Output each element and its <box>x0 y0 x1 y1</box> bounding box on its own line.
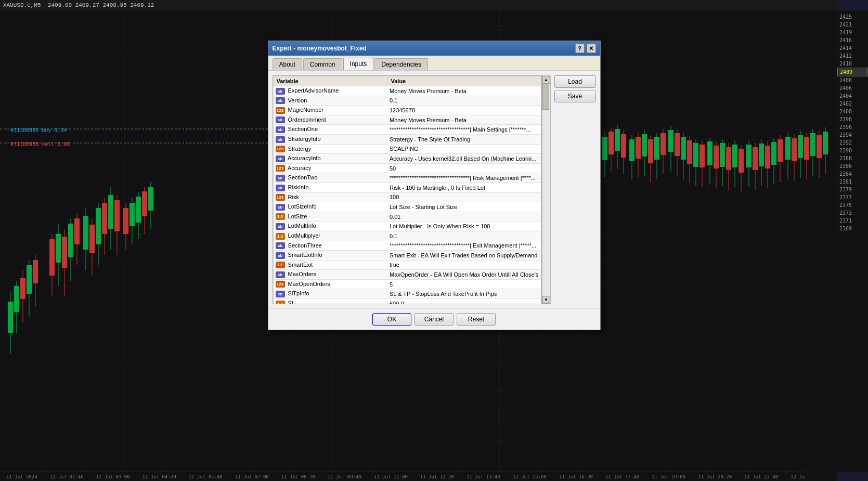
scroll-thumb[interactable] <box>542 84 549 110</box>
table-cell-variable: 123 MagicNumber <box>273 106 387 115</box>
type-icon: ab <box>276 136 285 143</box>
variable-name: Accuracy <box>288 165 311 171</box>
type-icon: ab <box>276 88 285 95</box>
table-cell-value[interactable]: Money Moves Premium - Beta <box>387 115 541 125</box>
dialog-titlebar: Expert - moneymovesbot_Fixed ? ✕ <box>268 41 600 56</box>
type-icon: ab <box>276 116 285 123</box>
expert-dialog: Expert - moneymovesbot_Fixed ? ✕ About C… <box>268 41 601 330</box>
help-button[interactable]: ? <box>575 44 585 53</box>
table-cell-value[interactable]: 100 <box>387 192 541 202</box>
table-cell-value[interactable]: ************************************| Ri… <box>387 173 541 183</box>
params-table: Variable Value ab ExpertAdvisorName Mone… <box>273 76 541 304</box>
variable-name: SectionTwo <box>288 174 318 180</box>
type-icon: ab <box>276 242 285 249</box>
variable-name: SectionThree <box>288 242 322 249</box>
table-cell-value[interactable]: 50 <box>387 163 541 173</box>
variable-name: AccuracyInfo <box>288 155 321 161</box>
variable-name: MagicNumber <box>288 107 323 113</box>
col-variable: Variable <box>273 76 387 86</box>
params-table-wrapper[interactable]: Variable Value ab ExpertAdvisorName Mone… <box>273 75 542 304</box>
tab-common[interactable]: Common <box>303 58 342 70</box>
scroll-down-btn[interactable]: ▼ <box>542 296 550 304</box>
table-cell-variable: 123 Risk <box>273 192 387 202</box>
table-cell-value[interactable]: MaxOpenOrder - EA Will Open Max Order Un… <box>387 270 541 280</box>
table-cell-variable: ab SectionThree <box>273 241 387 251</box>
table-cell-variable: ab AccuracyInfo <box>273 154 387 164</box>
table-row: ab SectionThree ************************… <box>273 241 541 251</box>
table-cell-value[interactable]: 5 <box>387 279 541 289</box>
content-row: Variable Value ab ExpertAdvisorName Mone… <box>273 75 596 304</box>
table-row: ab AccuracyInfo Accuracy - Uses kernel32… <box>273 154 541 164</box>
scrollbar[interactable]: ▲ ▼ <box>542 75 551 304</box>
variable-name: SlTpInfo <box>288 290 309 296</box>
table-cell-value[interactable]: Accuracy - Uses kernel32.dll Based On (M… <box>387 154 541 164</box>
scroll-up-btn[interactable]: ▲ <box>542 76 550 84</box>
reset-button[interactable]: Reset <box>457 313 496 326</box>
col-value: Value <box>387 76 541 86</box>
scroll-track <box>542 84 550 296</box>
table-row: ab RiskInfo Risk - 100 is Martingle , 0 … <box>273 183 541 192</box>
table-cell-value[interactable]: SCALPING <box>387 144 541 154</box>
table-cell-variable: ab LotMultInfo <box>273 222 387 231</box>
table-cell-variable: ab Version <box>273 96 387 106</box>
table-cell-variable: ab SectionTwo <box>273 173 387 183</box>
table-row: 123 MaxOpenOrders 5 <box>273 279 541 289</box>
type-icon: ab <box>276 271 285 278</box>
table-cell-variable: 1.0 SL <box>273 299 387 304</box>
close-button[interactable]: ✕ <box>587 44 596 53</box>
table-cell-value[interactable]: SL & TP - StopLoss And TakeProfit In Pip… <box>387 289 541 299</box>
table-cell-value[interactable]: 0.1 <box>387 231 541 241</box>
table-cell-value[interactable]: Money Moves Premium - Beta <box>387 86 541 96</box>
load-button[interactable]: Load <box>554 75 596 88</box>
table-cell-value[interactable]: ************************************| Ma… <box>387 125 541 135</box>
table-cell-variable: ab RiskInfo <box>273 183 387 192</box>
variable-name: MaxOpenOrders <box>288 281 330 287</box>
table-cell-value[interactable]: 500.0 <box>387 299 541 304</box>
dialog-content: Variable Value ab ExpertAdvisorName Mone… <box>268 71 600 308</box>
table-cell-variable: ab SlTpInfo <box>273 289 387 299</box>
variable-name: LotMultiplyer <box>288 232 320 239</box>
ok-button[interactable]: OK <box>372 313 411 326</box>
table-row: ab LotSizeInfo Lot Size - Starting Lot S… <box>273 202 541 212</box>
table-cell-variable: 123 MaxOpenOrders <box>273 279 387 289</box>
table-row: T/F SmartExit true <box>273 260 541 270</box>
type-icon: ab <box>276 291 285 297</box>
type-icon: 1.0 <box>276 301 285 304</box>
table-row: 1.0 SL 500.0 <box>273 299 541 304</box>
variable-name: LotSizeInfo <box>288 203 317 210</box>
variable-name: SL <box>288 300 295 304</box>
table-row: 123 MagicNumber 12345678 <box>273 106 541 115</box>
table-cell-value[interactable]: true <box>387 260 541 270</box>
table-cell-value[interactable]: 0.01 <box>387 212 541 222</box>
table-cell-value[interactable]: 0.1 <box>387 96 541 106</box>
table-cell-variable: 123 Accuracy <box>273 163 387 173</box>
table-cell-value[interactable]: 12345678 <box>387 106 541 115</box>
variable-name: Stratergy <box>288 146 312 152</box>
table-cell-value[interactable]: Risk - 100 is Martingle , 0 Is Fixed Lot <box>387 183 541 192</box>
type-icon: 123 <box>276 107 285 114</box>
table-row: 1.0 LotMultiplyer 0.1 <box>273 231 541 241</box>
variable-name: RiskInfo <box>288 184 309 190</box>
table-cell-value[interactable]: Lot Multiplier - Is Only When Risk = 100 <box>387 222 541 231</box>
table-cell-value[interactable]: Smart Exit - EA Will Exit Trades Based o… <box>387 251 541 261</box>
table-row: ab MaxOrders MaxOpenOrder - EA Will Open… <box>273 270 541 280</box>
table-cell-variable: ab ExpertAdvisorName <box>273 86 387 96</box>
table-row: ab LotMultInfo Lot Multiplier - Is Only … <box>273 222 541 231</box>
variable-name: MaxOrders <box>288 271 316 277</box>
variable-name: Risk <box>288 194 299 200</box>
table-cell-value[interactable]: Lot Size - Starting Lot Size <box>387 202 541 212</box>
save-button[interactable]: Save <box>554 90 596 102</box>
variable-name: ExpertAdvisorName <box>288 87 339 94</box>
type-icon: T/F <box>276 262 285 268</box>
variable-name: Ordercomment <box>288 116 326 123</box>
tab-inputs[interactable]: Inputs <box>343 58 374 70</box>
table-cell-value[interactable]: Stratergy - The Style Of Trading <box>387 134 541 144</box>
table-cell-variable: 1.0 LotMultiplyer <box>273 231 387 241</box>
type-icon: 123 <box>276 281 285 288</box>
type-icon: 123 <box>276 194 285 201</box>
table-cell-value[interactable]: ************************************| Ex… <box>387 241 541 251</box>
cancel-button[interactable]: Cancel <box>414 313 454 326</box>
tab-about[interactable]: About <box>273 58 302 70</box>
tab-dependencies[interactable]: Dependencies <box>374 58 428 70</box>
table-cell-variable: ab StratergyInfo <box>273 134 387 144</box>
